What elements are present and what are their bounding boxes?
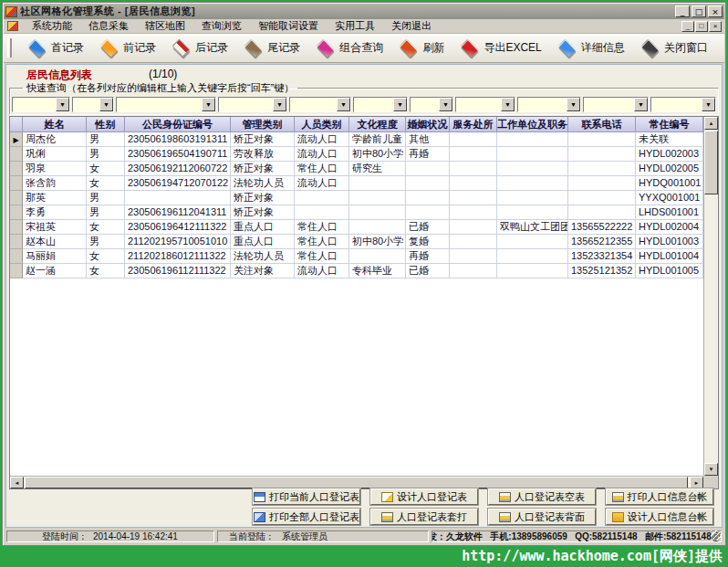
column-header-9[interactable]: 联系电话 [568,117,636,132]
action-人口登记表套打[interactable]: 人口登记表套打 [370,509,478,525]
column-header-6[interactable]: 婚姻状况 [406,117,450,132]
column-header-3[interactable]: 管理类别 [231,117,295,132]
quick-filter-3[interactable]: ▼ [218,97,287,112]
cell-r7c7 [450,235,497,249]
menu-items: 系统功能信息采集辖区地图查询浏览智能取词设置实用工具关闭退出 [24,18,681,34]
toolbar-first-record-button[interactable]: 首记录 [25,37,88,58]
quick-filter-4[interactable]: ▼ [289,97,351,112]
action-打印人口信息台帐[interactable]: 打印人口信息台帐 [606,488,713,505]
mdi-minimize-button[interactable]: _ [681,21,694,32]
table-row[interactable]: 赵一涵女230506196112111322关注对象流动人口专科毕业已婚1352… [10,264,703,278]
table-row[interactable]: 宋祖英女230506196412111322重点人口常住人口已婚双鸭山文工团团1… [10,220,703,235]
quick-filter-5[interactable]: ▼ [353,97,408,112]
column-header-7[interactable]: 服务处所 [450,117,497,132]
table-row[interactable]: 那英男矫正对象YYXQ001001 [10,191,703,205]
maximize-button[interactable]: □ [692,5,706,17]
horizontal-scroll-thumb[interactable] [25,477,688,488]
action-打印全部人口登记表[interactable]: 打印全部人口登记表 [253,509,360,525]
refresh-icon [400,39,418,58]
scroll-down-icon[interactable]: ▼ [704,463,718,476]
mdi-window-controls: _ □ × [681,21,722,32]
cell-r1c0: 巩俐 [23,147,87,162]
mdi-restore-button[interactable]: □ [695,21,708,32]
table-row[interactable]: 李勇男230506196112041311矫正对象LHDS001001 [10,205,703,220]
cell-r6c2: 230506196412111322 [125,220,231,235]
action-人口登记表空表[interactable]: 人口登记表空表 [488,488,596,505]
cell-r4c0: 那英 [23,191,87,205]
cell-r1c10: HYDL002003 [636,147,703,162]
dropdown-icon[interactable]: ▼ [273,98,286,111]
quick-filter-0[interactable]: ▼ [12,97,70,112]
toolbar-export-excel-button[interactable]: 导出EXCEL [457,37,546,58]
table-row[interactable]: ▶周杰伦男230506198603191311矫正对象流动人口学龄前儿童其他未关… [10,132,703,147]
quick-filter-8[interactable]: ▼ [517,97,581,112]
quick-filter-2[interactable]: ▼ [116,97,216,112]
cell-r7c5: 初中80小学 [349,235,406,249]
dropdown-icon[interactable]: ▼ [202,98,215,111]
login-time-label: 登陆时间： [42,530,88,542]
quick-filter-9[interactable]: ▼ [583,97,649,112]
quick-filter-7[interactable]: ▼ [455,97,515,112]
column-header-0[interactable]: 姓名 [23,117,87,132]
scroll-left-icon[interactable]: ◄ [10,477,24,488]
column-header-4[interactable]: 人员类别 [295,117,349,132]
cell-r6c3: 重点人口 [231,220,295,235]
column-header-2[interactable]: 公民身份证编号 [125,117,231,132]
menu-item-1[interactable]: 信息采集 [80,18,137,34]
current-user-panel: 当前登陆：系统管理员 [217,530,429,542]
scroll-up-icon[interactable]: ▲ [704,117,718,130]
dropdown-icon[interactable]: ▼ [56,98,69,111]
toolbar-last-record-button[interactable]: 尾记录 [241,37,305,58]
column-header-1[interactable]: 性别 [87,117,125,132]
action-设计人口登记表[interactable]: 设计人口登记表 [370,488,478,505]
menu-item-5[interactable]: 实用工具 [327,18,383,34]
column-header-5[interactable]: 文化程度 [349,117,406,132]
scroll-right-icon[interactable]: ► [690,477,703,488]
menu-item-6[interactable]: 关闭退出 [383,18,440,34]
dropdown-icon[interactable]: ▼ [702,98,715,111]
quick-filter-10[interactable]: ▼ [650,97,716,112]
horizontal-scrollbar[interactable]: ◄ ► [10,476,703,488]
menu-item-4[interactable]: 智能取词设置 [250,18,327,34]
dropdown-icon[interactable]: ▼ [501,98,515,111]
vertical-scrollbar[interactable]: ▲ ▼ [703,117,718,476]
mdi-close-button[interactable]: × [709,21,722,32]
toolbar-combo-query-button[interactable]: 组合查询 [313,37,388,58]
cell-r9c6: 已婚 [406,264,450,278]
menu-item-3[interactable]: 查询浏览 [193,18,250,34]
toolbar-refresh-button[interactable]: 刷新 [396,37,449,58]
toolbar-next-record-button[interactable]: 后记录 [169,37,233,58]
toolbar-detail-info-button[interactable]: 详细信息 [555,37,629,58]
toolbar-prev-record-button[interactable]: 前记录 [97,37,161,58]
resize-grip-icon[interactable] [711,530,721,541]
cell-r0c1: 男 [87,132,125,147]
title-bar[interactable]: 社区网格化管理系统 - [居民信息浏览] _ □ × [4,4,724,19]
cell-r9c8 [497,264,568,278]
table-row[interactable]: 巩俐男230506196504190711劳改释放流动人口初中80小学再婚HYD… [10,147,703,162]
vertical-scroll-thumb[interactable] [704,131,718,194]
table-row[interactable]: 马丽娟女211202186012111322法轮功人员常住人口再婚1352332… [10,249,703,264]
dropdown-icon[interactable]: ▼ [99,98,113,111]
column-header-10[interactable]: 常住编号 [636,117,703,132]
menu-item-2[interactable]: 辖区地图 [137,18,193,34]
quick-filter-6[interactable]: ▼ [410,97,453,112]
toolbar-close-window-button[interactable]: 关闭窗口 [638,37,712,58]
action-人口登记表背面[interactable]: 人口登记表背面 [488,509,596,525]
column-header-8[interactable]: 工作单位及职务 [497,117,568,132]
close-button[interactable]: × [708,5,723,17]
cell-r6c7 [450,220,497,235]
action-打印当前人口登记表[interactable]: 打印当前人口登记表 [253,488,360,505]
table-row[interactable]: 张含韵女230506194712070122法轮功人员流动人口HYDQ00100… [10,176,703,191]
menu-item-0[interactable]: 系统功能 [24,18,80,34]
toolbar-grip-icon[interactable] [7,38,12,58]
dropdown-icon[interactable]: ▼ [567,98,580,111]
action-设计人口信息台帐[interactable]: 设计人口信息台帐 [606,509,713,525]
dropdown-icon[interactable]: ▼ [634,98,648,111]
dropdown-icon[interactable]: ▼ [337,98,350,111]
dropdown-icon[interactable]: ▼ [393,98,407,111]
table-row[interactable]: 羽泉女230506192112060722矫正对象常住人口研究生HYDL0020… [10,162,703,176]
quick-filter-1[interactable]: ▼ [72,97,114,112]
table-row[interactable]: 赵本山男211202195710051010重点人口常住人口初中80小学复婚13… [10,235,703,249]
minimize-button[interactable]: _ [675,5,690,17]
dropdown-icon[interactable]: ▼ [439,98,452,111]
